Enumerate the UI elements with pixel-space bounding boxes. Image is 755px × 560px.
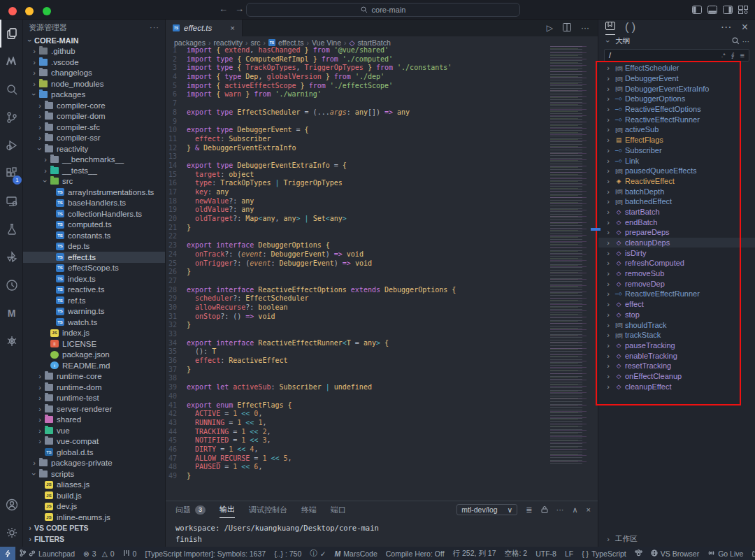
chevron-right-icon[interactable]: › <box>36 112 44 120</box>
code-line-7[interactable]: 7 <box>166 99 598 108</box>
outline-item-debuggeroptions[interactable]: ›–○DebuggerOptions <box>598 94 755 104</box>
outline-item-cleanupdeps[interactable]: ›◇cleanupDeps <box>598 238 755 248</box>
chevron-right-icon[interactable]: › <box>36 372 44 380</box>
compile-hero-item[interactable]: Compile Hero: Off <box>382 547 449 560</box>
outline-item-stop[interactable]: ›◇stop <box>598 310 755 320</box>
code-line-33[interactable]: 33 <box>166 330 598 339</box>
outline-item-endbatch[interactable]: ›◇endBatch <box>598 217 755 227</box>
tree-item-index-js[interactable]: JSindex.js <box>23 328 165 339</box>
code-line-11[interactable]: 11 effect: Subscriber <box>166 135 598 144</box>
outline-search-icon[interactable] <box>732 37 740 46</box>
tree-item-global-d-ts[interactable]: TSglobal.d.ts <box>23 447 165 458</box>
code-line-42[interactable]: 42 ACTIVE = 1 << 0, <box>166 410 598 419</box>
code-line-8[interactable]: 8export type EffectScheduler = (...args:… <box>166 108 598 117</box>
follow-cursor-icon[interactable]: ∮ <box>731 52 735 59</box>
chevron-right-icon[interactable]: › <box>36 383 44 392</box>
tree-item-package-json[interactable]: package.json <box>23 350 165 361</box>
code-line-24[interactable]: 24 onTrack?: (event: DebuggerEvent) => v… <box>166 250 598 259</box>
code-line-48[interactable]: 48 PAUSED = 1 << 6, <box>166 463 598 472</box>
tree-item--benchmarks-[interactable]: ›__benchmarks__ <box>23 155 165 166</box>
editor-more-actions-icon[interactable]: ··· <box>581 23 589 33</box>
outline-item-startbatch[interactable]: ›◇startBatch <box>598 207 755 217</box>
outline-item-pausetracking[interactable]: ›◇pauseTracking <box>598 340 755 351</box>
tree-item-collectionhandlers-ts[interactable]: TScollectionHandlers.ts <box>23 208 165 220</box>
code-line-37[interactable]: 37} <box>166 366 598 375</box>
close-secondary-sidebar-icon[interactable]: × <box>742 21 748 34</box>
tree-item--tests-[interactable]: ›__tests__ <box>23 165 165 176</box>
marscode-item[interactable]: MMarsCode <box>331 547 382 560</box>
chevron-right-icon[interactable]: › <box>30 47 38 55</box>
code-line-14[interactable]: 14export type DebuggerEventExtraInfo = { <box>166 161 598 171</box>
toggle-sidebar-icon[interactable] <box>692 4 703 15</box>
tree-item-reactivity[interactable]: ›reactivity <box>23 143 165 155</box>
go-live-item[interactable]: Go Live <box>703 547 747 560</box>
tab-problems[interactable]: 问题3 <box>175 501 206 518</box>
outline-section-header[interactable]: › 大纲 ··· <box>598 35 755 48</box>
search-icon[interactable] <box>0 76 23 103</box>
tree-item-effectscope-ts[interactable]: TSeffectScope.ts <box>23 263 165 274</box>
tree-item-computed-ts[interactable]: TScomputed.ts <box>23 220 165 231</box>
outline-item-batchdepth[interactable]: ›[@]batchDepth <box>598 186 755 196</box>
timer-icon[interactable] <box>0 271 23 299</box>
chevron-right-icon[interactable]: › <box>36 101 44 110</box>
chevron-right-icon[interactable]: › <box>30 69 38 77</box>
outline-item-subscriber[interactable]: ›–○Subscriber <box>598 145 755 156</box>
code-line-39[interactable]: 39export let activeSub: Subscriber | und… <box>166 383 598 392</box>
tree-item-server-renderer[interactable]: ›server-renderer <box>23 403 165 415</box>
code-line-25[interactable]: 25 onTrigger?: (event: DebuggerEvent) =>… <box>166 259 598 268</box>
cat-icon[interactable] <box>747 547 755 560</box>
chevron-right-icon[interactable]: › <box>36 123 44 131</box>
lock-scroll-icon[interactable] <box>541 505 548 515</box>
code-line-31[interactable]: 31 onStop?: () => void <box>166 313 598 322</box>
tab-debug-console[interactable]: 调试控制台 <box>249 501 287 518</box>
code-line-15[interactable]: 15 target: object <box>166 171 598 180</box>
chevron-right-icon[interactable]: › <box>30 459 38 467</box>
navigate-back-icon[interactable]: ← <box>219 3 228 14</box>
chevron-right-icon[interactable]: › <box>36 134 44 142</box>
code-line-9[interactable]: 9 <box>166 117 598 127</box>
tree-item-runtime-core[interactable]: ›runtime-core <box>23 371 165 382</box>
chevron-right-icon[interactable]: › <box>36 415 44 424</box>
code-line-44[interactable]: 44 TRACKING = 1 << 2, <box>166 428 598 437</box>
outline-item-reactiveeffectrunner[interactable]: ›–○ReactiveEffectRunner <box>598 114 755 124</box>
tab-terminal[interactable]: 终端 <box>301 501 317 518</box>
chevron-right-icon[interactable]: › <box>36 394 44 402</box>
tree-item--github[interactable]: ›.github <box>23 46 165 57</box>
code-line-10[interactable]: 10export type DebuggerEvent = { <box>166 126 598 135</box>
code-editor[interactable]: 1import { extend, hasChanged } from '@vu… <box>166 46 598 481</box>
outline-item-effect[interactable]: ›◇effect <box>598 299 755 310</box>
tree-item-reactive-ts[interactable]: TSreactive.ts <box>23 285 165 296</box>
outline-item-reactiveeffectrunner[interactable]: ›–○ReactiveEffectRunner <box>598 289 755 299</box>
tree-item-arrayinstrumentations-ts[interactable]: TSarrayInstrumentations.ts <box>23 187 165 198</box>
maximize-window-button[interactable] <box>43 7 51 15</box>
outline-item-effectflags[interactable]: ›▤EffectFlags <box>598 135 755 145</box>
problems-item[interactable]: ⊗3 △0 <box>79 547 119 560</box>
outline-item-shouldtrack[interactable]: ›[@]shouldTrack <box>598 320 755 330</box>
tree-item-src[interactable]: ›src <box>23 176 165 187</box>
code-line-12[interactable]: 12} & DebuggerEventExtraInfo <box>166 144 598 153</box>
outline-item-removedep[interactable]: ›◇removeDep <box>598 278 755 289</box>
marscode-icon[interactable] <box>0 48 23 76</box>
code-line-32[interactable]: 32} <box>166 321 598 330</box>
encoding-item[interactable]: UTF-8 <box>531 547 561 560</box>
tab-ports[interactable]: 端口 <box>331 501 346 518</box>
minimize-window-button[interactable] <box>25 7 34 15</box>
tree-item-compiler-ssr[interactable]: ›compiler-ssr <box>23 133 165 144</box>
outline-item-refreshcomputed[interactable]: ›◇refreshComputed <box>598 258 755 268</box>
language-mode-item[interactable]: { }TypeScript <box>577 547 631 560</box>
outline-item-pausedqueueeffects[interactable]: ›[@]pausedQueueEffects <box>598 166 755 176</box>
tree-item-compiler-core[interactable]: ›compiler-core <box>23 100 165 111</box>
code-line-45[interactable]: 45 NOTIFIED = 1 << 3, <box>166 436 598 445</box>
tree-item-readme-md[interactable]: iREADME.md <box>23 360 165 371</box>
chevron-right-icon[interactable]: › <box>41 155 50 164</box>
code-line-22[interactable]: 22 <box>166 232 598 241</box>
tab-output[interactable]: 输出 <box>220 501 235 518</box>
cursor-position-item[interactable]: 行 252, 列 17 <box>449 547 501 560</box>
window-controls[interactable] <box>8 6 57 18</box>
tree-item-shared[interactable]: ›shared <box>23 415 165 426</box>
sidebar-section-filters[interactable]: ›FILTERS <box>23 533 165 545</box>
tree-item-scripts[interactable]: ›scripts <box>23 468 165 480</box>
chevron-right-icon[interactable]: › <box>30 80 38 88</box>
settings-gear-icon[interactable] <box>0 519 23 547</box>
tree-item-vue-compat[interactable]: ›vue-compat <box>23 436 165 447</box>
